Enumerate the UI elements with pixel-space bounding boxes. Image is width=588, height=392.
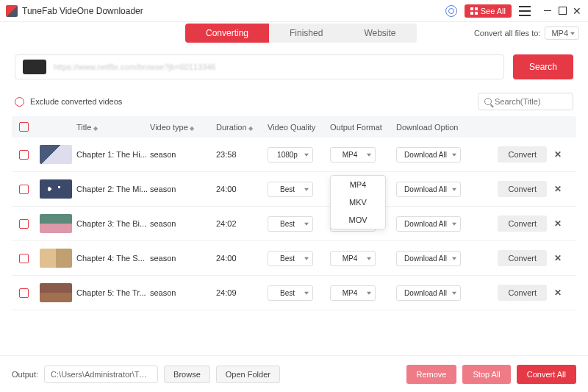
quality-select[interactable]: Best [268, 182, 313, 197]
convert-all-files-to: Convert all files to: MP4 [474, 26, 579, 40]
remove-button[interactable]: Remove [406, 365, 457, 384]
search-icon [484, 98, 492, 105]
format-option-mkv[interactable]: MKV [331, 193, 385, 211]
quality-select[interactable]: 1080p [268, 147, 313, 163]
remove-row-icon[interactable]: ✕ [554, 253, 562, 263]
video-thumbnail [40, 179, 72, 199]
convert-button[interactable]: Convert [498, 250, 547, 266]
url-search-section: https://www.netflix.com/browse?jb=601133… [0, 44, 588, 90]
user-icon[interactable] [445, 5, 457, 17]
table-row: Chapter 1: The Hi... season 23:58 1080p … [12, 138, 576, 172]
format-option-mov[interactable]: MOV [331, 211, 385, 229]
video-type: season [150, 219, 216, 228]
quality-select[interactable]: Best [268, 285, 313, 301]
header-format: Output Format [330, 123, 396, 132]
table-header: Title Video type Duration Video Quality … [12, 116, 576, 138]
browse-button[interactable]: Browse [164, 366, 210, 383]
video-duration: 24:02 [216, 219, 268, 228]
footer-bar: Output: C:\Users\Administrator\Tun... Br… [0, 355, 588, 392]
video-table: Title Video type Duration Video Quality … [0, 116, 588, 310]
header-title[interactable]: Title [76, 123, 150, 132]
title-search-input[interactable] [495, 97, 567, 106]
tabs-row: Converting Finished Website Convert all … [0, 22, 588, 44]
table-row: Chapter 2: The Mi... season 24:00 Best M… [12, 172, 576, 207]
table-row: Chapter 3: The Bi... season 24:02 Best M… [12, 207, 576, 241]
row-checkbox[interactable] [19, 219, 29, 229]
hamburger-icon[interactable] [519, 6, 531, 16]
video-thumbnail [40, 145, 72, 164]
url-input-bar[interactable]: https://www.netflix.com/browse?jb=601133… [15, 54, 504, 79]
row-checkbox[interactable] [19, 185, 29, 194]
video-duration: 23:58 [216, 150, 268, 159]
close-button[interactable]: ✕ [572, 6, 582, 16]
video-thumbnail [40, 283, 72, 302]
remove-row-icon[interactable]: ✕ [554, 218, 562, 229]
header-video-type[interactable]: Video type [150, 123, 216, 132]
video-title: Chapter 3: The Bi... [76, 219, 150, 228]
format-option-mp4[interactable]: MP4 [331, 176, 385, 193]
titlebar: TuneFab VideOne Downloader See All ✕ [0, 0, 588, 22]
stop-all-button[interactable]: Stop All [462, 365, 510, 384]
exclude-converted-checkbox[interactable] [15, 97, 24, 107]
site-badge-icon [23, 60, 46, 74]
remove-row-icon[interactable]: ✕ [554, 288, 562, 298]
maximize-button[interactable] [557, 6, 567, 16]
table-row: Chapter 5: The Tr... season 24:09 Best M… [12, 276, 576, 310]
video-duration: 24:00 [216, 185, 268, 193]
format-dropdown: MP4 MKV MOV [330, 175, 386, 229]
download-option-select[interactable]: Download All [396, 285, 461, 301]
see-all-label: See All [481, 7, 506, 15]
filter-row: Exclude converted videos [0, 90, 588, 116]
tab-converting[interactable]: Converting [185, 24, 269, 43]
video-title: Chapter 4: The S... [76, 254, 150, 263]
header-duration[interactable]: Duration [216, 123, 268, 132]
video-thumbnail [40, 249, 72, 268]
remove-row-icon[interactable]: ✕ [554, 184, 562, 194]
format-select[interactable]: MP4 [330, 147, 376, 163]
quality-select[interactable]: Best [268, 251, 313, 266]
row-checkbox[interactable] [19, 288, 29, 298]
output-path-field[interactable]: C:\Users\Administrator\Tun... [44, 366, 158, 383]
header-quality: Video Quality [268, 123, 330, 132]
tab-finished[interactable]: Finished [269, 24, 343, 43]
title-search-box[interactable] [478, 93, 573, 110]
convert-button[interactable]: Convert [498, 285, 547, 301]
remove-row-icon[interactable]: ✕ [554, 149, 562, 160]
format-select[interactable]: MP4 [330, 285, 376, 301]
convert-all-label: Convert all files to: [474, 29, 540, 38]
download-option-select[interactable]: Download All [396, 216, 461, 232]
video-type: season [150, 185, 216, 193]
exclude-converted-label: Exclude converted videos [30, 97, 122, 106]
video-thumbnail [40, 214, 72, 233]
quality-select[interactable]: Best [268, 216, 313, 232]
see-all-button[interactable]: See All [465, 4, 512, 18]
download-option-select[interactable]: Download All [396, 251, 461, 266]
select-all-checkbox[interactable] [19, 122, 29, 132]
convert-all-button[interactable]: Convert All [517, 365, 576, 384]
search-button[interactable]: Search [513, 54, 573, 79]
video-title: Chapter 1: The Hi... [76, 150, 150, 159]
row-checkbox[interactable] [19, 150, 29, 160]
table-row: Chapter 4: The S... season 24:00 Best MP… [12, 241, 576, 276]
minimize-button[interactable] [542, 6, 553, 16]
app-logo-icon [6, 5, 18, 17]
video-type: season [150, 150, 216, 159]
download-option-select[interactable]: Download All [396, 182, 461, 197]
url-text: https://www.netflix.com/browse?jb=601133… [54, 63, 215, 71]
video-duration: 24:00 [216, 254, 268, 263]
convert-button[interactable]: Convert [498, 146, 547, 163]
convert-all-format-select[interactable]: MP4 [545, 26, 579, 40]
download-option-select[interactable]: Download All [396, 147, 461, 163]
convert-button[interactable]: Convert [498, 215, 547, 232]
tab-website[interactable]: Website [343, 24, 416, 43]
header-download: Download Option [396, 123, 470, 132]
row-checkbox[interactable] [19, 254, 29, 263]
output-label: Output: [12, 370, 38, 379]
video-type: season [150, 288, 216, 297]
convert-button[interactable]: Convert [498, 181, 547, 197]
format-select[interactable]: MP4 [330, 251, 376, 266]
video-type: season [150, 254, 216, 263]
open-folder-button[interactable]: Open Folder [216, 366, 280, 383]
video-duration: 24:09 [216, 288, 268, 297]
grid-icon [470, 7, 478, 15]
